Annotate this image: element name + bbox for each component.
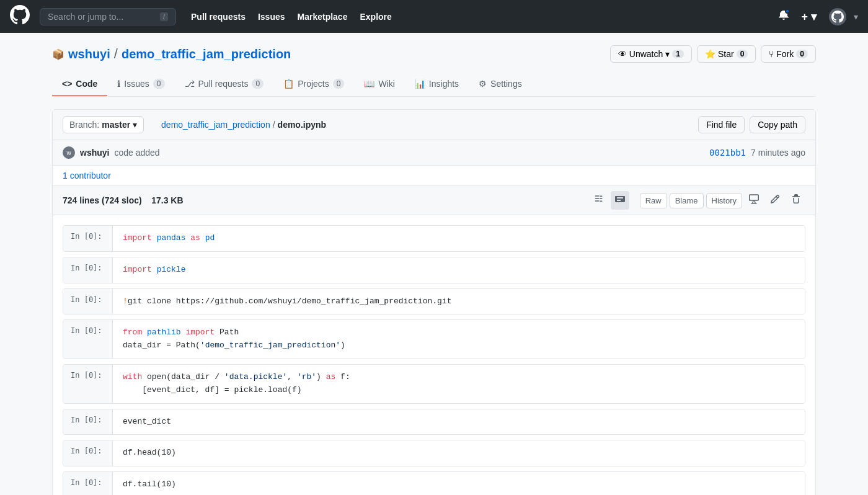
nav-issues[interactable]: Issues xyxy=(253,8,290,25)
user-avatar[interactable] xyxy=(829,8,846,25)
code-view-rendered-icon[interactable] xyxy=(611,191,629,210)
breadcrumb-separator: / xyxy=(114,46,118,62)
search-shortcut: / xyxy=(160,12,168,21)
cell-code-5: event_dict xyxy=(113,409,805,435)
file-viewer: Branch: master ▾ demo_traffic_jam_predic… xyxy=(52,109,816,495)
new-item-button[interactable]: + ▾ xyxy=(796,6,822,27)
repo-name[interactable]: demo_traffic_jam_prediction xyxy=(122,47,291,61)
raw-button[interactable]: Raw xyxy=(640,193,667,208)
wiki-icon: 📖 xyxy=(364,79,374,89)
tab-pull-requests[interactable]: ⎇ Pull requests 0 xyxy=(175,73,274,96)
repo-tabs: <> Code ℹ Issues 0 ⎇ Pull requests 0 📋 P… xyxy=(52,73,816,97)
history-button[interactable]: History xyxy=(706,193,742,208)
cell-label-2: In [0]: xyxy=(63,289,113,314)
search-input[interactable]: Search or jump to... / xyxy=(40,8,176,25)
tab-projects[interactable]: 📋 Projects 0 xyxy=(273,73,354,96)
watch-count: 1 xyxy=(672,50,684,58)
file-actions: Find file Copy path xyxy=(698,116,805,133)
nav-pull-requests[interactable]: Pull requests xyxy=(186,8,250,25)
delete-icon[interactable] xyxy=(787,191,805,210)
issues-icon: ℹ xyxy=(117,79,120,89)
notification-bell[interactable] xyxy=(779,10,789,23)
branch-selector[interactable]: Branch: master ▾ xyxy=(63,116,144,133)
code-stats-bar: 724 lines (724 sloc) 17.3 KB Raw Bla xyxy=(53,186,815,215)
commit-meta: 0021bb1 7 minutes ago xyxy=(709,148,805,158)
desktop-icon[interactable] xyxy=(745,191,763,210)
cell-3: In [0]: from pathlib import Path data_di… xyxy=(63,319,805,359)
tab-code[interactable]: <> Code xyxy=(52,73,107,96)
repo-breadcrumb: 📦 wshuyi / demo_traffic_jam_prediction xyxy=(52,46,291,62)
cell-code-3: from pathlib import Path data_dir = Path… xyxy=(113,320,805,359)
tab-wiki[interactable]: 📖 Wiki xyxy=(354,73,404,96)
tab-insights[interactable]: 📊 Insights xyxy=(405,73,469,96)
fork-button[interactable]: ⑂ Fork 0 xyxy=(761,45,816,63)
commit-author[interactable]: wshuyi xyxy=(80,148,109,158)
cell-label-7: In [0]: xyxy=(63,472,113,495)
code-icon: <> xyxy=(62,79,72,89)
code-view-icons: Raw Blame History xyxy=(590,191,805,210)
notebook-content: In [0]: import pandas as pd In [0]: impo… xyxy=(53,215,815,495)
watch-icon: 👁 xyxy=(618,49,627,59)
file-name: demo.ipynb xyxy=(278,120,327,130)
notification-indicator xyxy=(785,9,790,14)
file-path-bar: Branch: master ▾ demo_traffic_jam_predic… xyxy=(53,110,815,140)
file-size: 17.3 KB xyxy=(151,195,183,205)
copy-path-button[interactable]: Copy path xyxy=(750,116,805,133)
insights-icon: 📊 xyxy=(415,79,425,89)
star-count: 0 xyxy=(737,50,748,58)
nav-explore[interactable]: Explore xyxy=(355,8,396,25)
branch-dropdown-icon: ▾ xyxy=(133,120,137,130)
lines-text: 724 lines (724 sloc) xyxy=(63,195,142,205)
cell-label-6: In [0]: xyxy=(63,440,113,466)
pr-icon: ⎇ xyxy=(185,79,195,89)
dropdown-arrow[interactable]: ▾ xyxy=(854,12,858,22)
find-file-button[interactable]: Find file xyxy=(698,116,745,133)
projects-icon: 📋 xyxy=(283,79,294,89)
navbar-right: + ▾ ▾ xyxy=(779,6,858,27)
search-placeholder: Search or jump to... xyxy=(48,12,123,22)
settings-icon: ⚙ xyxy=(479,79,487,89)
cell-code-7: df.tail(10) xyxy=(113,472,805,495)
path-separator: / xyxy=(273,120,275,130)
cell-label-0: In [0]: xyxy=(63,226,113,251)
code-view-source-icon[interactable] xyxy=(590,191,608,210)
cell-6: In [0]: df.head(10) xyxy=(63,440,805,466)
navbar: Search or jump to... / Pull requests Iss… xyxy=(0,0,868,33)
path-spacer xyxy=(151,120,154,130)
cell-1: In [0]: import pickle xyxy=(63,257,805,283)
edit-icon[interactable] xyxy=(766,191,784,210)
cell-4: In [0]: with open(data_dir / 'data.pickl… xyxy=(63,364,805,404)
contributor-bar: 1 contributor xyxy=(53,166,815,186)
commit-avatar: w xyxy=(63,146,75,159)
navbar-links: Pull requests Issues Marketplace Explore xyxy=(186,8,397,25)
tab-settings[interactable]: ⚙ Settings xyxy=(469,73,532,96)
cell-code-6: df.head(10) xyxy=(113,440,805,466)
blame-button[interactable]: Blame xyxy=(670,193,704,208)
cell-label-5: In [0]: xyxy=(63,409,113,435)
commit-message: code added xyxy=(114,148,159,158)
branch-name: master xyxy=(102,120,130,130)
commit-time: 7 minutes ago xyxy=(751,148,805,158)
cell-label-3: In [0]: xyxy=(63,320,113,359)
code-stats: 724 lines (724 sloc) 17.3 KB xyxy=(63,195,184,205)
star-icon: ⭐ xyxy=(705,49,715,59)
contributor-link[interactable]: 1 contributor xyxy=(63,171,111,181)
repo-owner[interactable]: wshuyi xyxy=(68,47,110,61)
cell-0: In [0]: import pandas as pd xyxy=(63,225,805,252)
cell-code-2: !git clone https://github.com/wshuyi/dem… xyxy=(113,289,805,314)
tab-issues[interactable]: ℹ Issues 0 xyxy=(107,73,174,96)
commit-sha[interactable]: 0021bb1 xyxy=(709,148,746,158)
cell-label-1: In [0]: xyxy=(63,257,113,283)
watch-button[interactable]: 👁 Unwatch ▾ 1 xyxy=(610,45,692,63)
main-content: 📦 wshuyi / demo_traffic_jam_prediction 👁… xyxy=(37,33,831,495)
nav-marketplace[interactable]: Marketplace xyxy=(293,8,353,25)
repo-link[interactable]: demo_traffic_jam_prediction xyxy=(161,120,270,130)
star-button[interactable]: ⭐ Star 0 xyxy=(697,45,756,63)
cell-label-4: In [0]: xyxy=(63,365,113,403)
github-logo[interactable] xyxy=(10,5,30,29)
dropdown-icon: ▾ xyxy=(665,49,670,59)
commit-info: w wshuyi code added xyxy=(63,146,160,159)
cell-7: In [0]: df.tail(10) xyxy=(63,471,805,495)
cell-code-1: import pickle xyxy=(113,257,805,283)
file-path: Branch: master ▾ demo_traffic_jam_predic… xyxy=(63,116,326,133)
